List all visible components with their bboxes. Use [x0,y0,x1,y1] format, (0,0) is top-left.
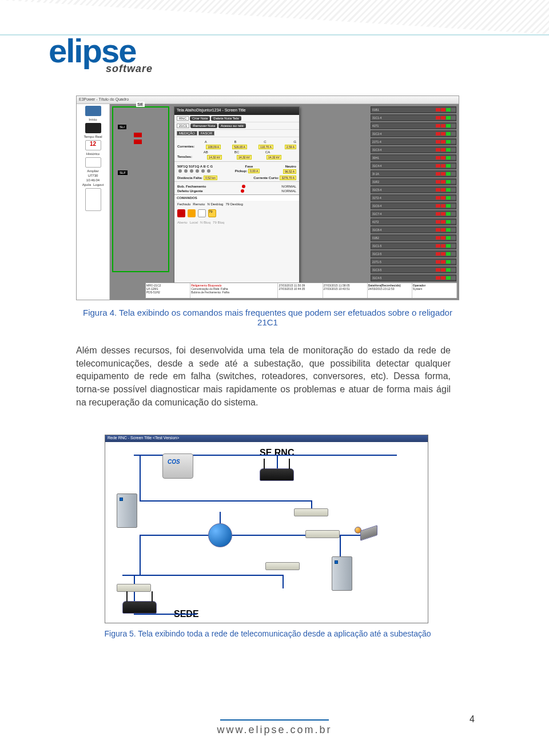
device-strip: 01B2 [371,234,456,241]
cmd-aberto: Aberto [177,221,188,224]
ccurto-val: 3276,70 A [280,176,296,180]
remove-note-button[interactable]: Remover Nota [190,124,217,128]
network-line [140,535,141,575]
device-strip: 31C1-4 [371,114,456,121]
switch-3 [265,562,300,570]
col-c: C [264,140,266,144]
device-strip: 01B1 [371,106,456,113]
tbl-col1: MRO-21C2 U/I-12M1 PDS-51H2 [146,283,190,298]
relay-access-button[interactable]: Acesso ao relé [218,124,246,128]
tbl-col3: 27/03/2015 11:50:39 27/03/2015 10:44:35 [278,283,323,298]
status-dot-icon [242,185,245,188]
cmd-remoto: Remoto [193,202,205,206]
figure-5-caption: Figura 5. Tela exibindo toda a rede de t… [76,629,459,638]
status-indicator [134,133,142,137]
sli-label: SLI [118,125,126,129]
warning-orb-icon [355,527,361,534]
device-strip: 3/-1A [371,170,456,177]
body-paragraph: Além desses recursos, foi desenvolvida u… [76,344,451,409]
id-tag: 21C1 [177,124,189,128]
device-strip: 31C6-4 [371,202,456,209]
event-table: MRO-21C2 U/I-12M1 PDS-51H2 Religamento B… [145,282,458,299]
col-a: A [205,140,207,144]
fase-label: Fase [245,165,253,168]
device-strip: 31C5-4 [371,186,456,193]
device-strip: 41T2 [371,218,456,225]
switch-4 [117,584,151,592]
cmd-79bloq: 79 Bloq [213,221,224,224]
home-icon [85,106,101,116]
sidebar-item-label: Ampliar [78,169,108,173]
device-strip: 31C8-4 [371,226,456,233]
device-strip: 31C4-4 [371,162,456,169]
dist-val: 0,52 km [204,176,217,180]
cmd-ndesbloq: N Desblog [207,202,223,206]
y79-icon[interactable]: 79 [208,209,216,217]
main-canvas: SLI SLF Tela AtalhoDisjuntor1234 - Scree… [110,104,459,300]
tbl-col6: Operador System [412,283,457,298]
corr-b: 526,65 A [232,145,247,149]
col-g: G [293,140,296,144]
network-line [140,455,141,500]
tbl-col5: DataHora(Reconhecido) 24/03/2015 23:12:5… [368,283,412,298]
figure-5-screenshot: Rede RNC - Screen Title <Test Version> S… [105,435,428,623]
status-dot-icon [241,189,244,193]
device-strip: 31T2-4 [371,194,456,201]
sidebar-clock: 10:46:04 [78,178,108,182]
page-number: 4 [470,714,475,725]
sidebar-item-label: Início [78,118,108,121]
device-strip: 31C3-4 [371,146,456,153]
tbl-col4: 27/03/2015 11:58:05 27/03/2015 10:43:51 [323,283,368,298]
device-strip: 31C2-5 [371,250,456,257]
tens-ab: 14,32 kV [207,155,222,160]
network-line [283,575,284,588]
logo: elipse software [49,31,153,75]
dist-label: Distância Falta: [177,176,202,180]
sidebar-user: U7730 [78,174,108,177]
lock-icon[interactable] [177,209,185,217]
sidebar-help: Ajuda [82,183,91,186]
def-label: Defeito Urgente [177,189,203,193]
router-rnc [260,468,294,481]
tens-ca: 14,32 kV [266,155,281,160]
logo-sub: software [106,63,153,75]
app-sidebar: Início Tempo Real 12 Histórico Ampliar U… [77,104,110,300]
col-bc: BC [234,150,239,154]
rnc-tag: RNC [177,116,189,121]
figure-4-caption: Figura 4. Tela exibindo os comandos mais… [76,308,459,327]
device-strip: 31C1-5 [371,242,456,249]
pickup-label: Pickup: [235,169,248,173]
device-strips: 01B131C1-441T131C2-421T1-431C3-430H131C4… [371,106,456,297]
bob-val: NORMAL [281,185,296,188]
device-strip: 30H1 [371,154,456,161]
device-strip: 41T1 [371,122,456,129]
tab-medicao[interactable]: MEDIÇÃO [177,131,197,136]
cos-monitor [162,453,193,479]
device-strip: 31C3-5 [371,266,456,273]
device-strip: 31C2-4 [371,130,456,137]
n-icon[interactable] [198,209,206,217]
sidebar-item-label: Tempo Real [78,135,108,138]
window-titlebar: E3Power - Título do Quadro [77,96,459,104]
network-line [140,500,311,502]
window-titlebar: Rede RNC - Screen Title <Test Version> [105,435,428,442]
delete-note-button[interactable]: Deleta Nota Tela [211,116,241,121]
neutro-val: 96,52 A [283,169,296,174]
col-b: B [234,140,236,144]
bob-label: Bob. Fechamento [177,185,206,188]
sidebar-logout: Logout [93,183,104,186]
corr-c: 110,70 A [258,145,273,149]
col-ab: AB [204,150,208,154]
figure-4-screenshot: E3Power - Título do Quadro Início Tempo … [76,96,459,300]
create-note-button[interactable]: Criar Nota [190,116,210,121]
device-strip: 21T1-4 [371,138,456,145]
tab-fasor[interactable]: FASOR [198,131,214,136]
sidebar-item-label: Histórico [78,152,108,156]
comandos-header: COMANDOS [174,194,299,201]
page-footer: www.elipse.com.br [0,719,549,736]
network-line [134,614,197,615]
unlock-icon[interactable] [188,209,196,217]
router-sede [122,601,157,614]
status-indicator [134,140,142,144]
footer-divider [220,719,329,721]
